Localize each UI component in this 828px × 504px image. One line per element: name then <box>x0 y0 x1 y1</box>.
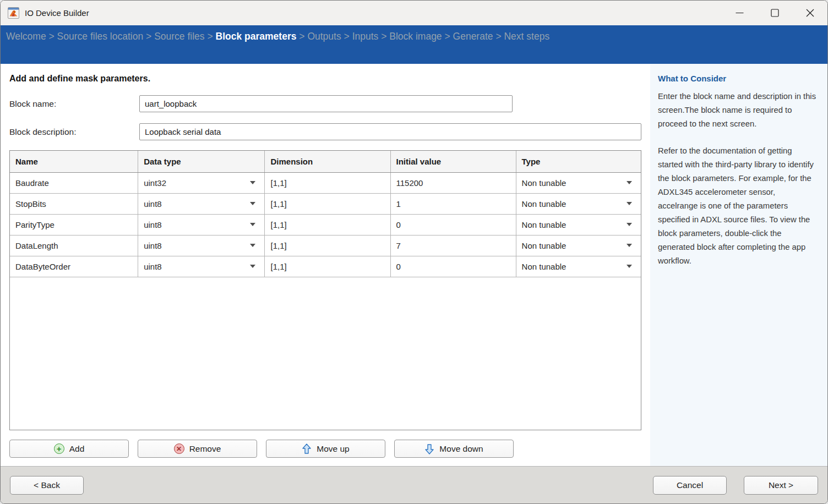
block-name-input[interactable] <box>139 95 513 112</box>
table-row: ParityTypeuint8[1,1]0Non tunable <box>10 214 641 235</box>
close-icon <box>806 9 814 17</box>
cell-data-type[interactable]: uint8 <box>138 256 265 277</box>
block-description-label: Block description: <box>9 127 139 137</box>
remove-icon: ✕ <box>174 443 184 454</box>
column-header-type: Type <box>516 151 641 172</box>
cell-dimension[interactable]: [1,1] <box>265 193 390 214</box>
page-heading: Add and define mask parameters. <box>9 74 641 84</box>
column-header-name: Name <box>10 151 138 172</box>
table-row: DataByteOrderuint8[1,1]0Non tunable <box>10 256 641 277</box>
breadcrumb-item-block-image: Block image <box>389 31 442 42</box>
parameters-table-container: NameData typeDimensionInitial valueType … <box>9 150 641 430</box>
cell-dimension[interactable]: [1,1] <box>265 172 390 193</box>
chevron-down-icon <box>627 223 632 226</box>
cell-type[interactable]: Non tunable <box>516 193 641 214</box>
chevron-down-icon <box>627 202 632 205</box>
breadcrumb-item-welcome: Welcome <box>6 31 46 42</box>
column-header-dimension: Dimension <box>265 151 390 172</box>
cell-name[interactable]: Baudrate <box>10 172 138 193</box>
cell-initial-value[interactable]: 7 <box>390 235 516 256</box>
breadcrumb-item-source-files-location: Source files location <box>57 31 144 42</box>
parameters-table-body: Baudrateuint32[1,1]115200Non tunableStop… <box>10 172 641 277</box>
remove-button-label: Remove <box>189 444 221 454</box>
cell-data-type[interactable]: uint8 <box>138 235 265 256</box>
title-bar-left: IO Device Builder <box>1 7 722 19</box>
breadcrumb-separator: > <box>493 31 504 42</box>
breadcrumb-separator: > <box>341 31 352 42</box>
cell-name[interactable]: StopBits <box>10 193 138 214</box>
breadcrumb-item-outputs: Outputs <box>307 31 341 42</box>
remove-button[interactable]: ✕ Remove <box>138 440 257 458</box>
cell-dimension[interactable]: [1,1] <box>265 214 390 235</box>
breadcrumb-separator: > <box>46 31 57 42</box>
block-name-row: Block name: <box>9 95 641 112</box>
data-type-value: uint8 <box>144 262 162 271</box>
cell-name[interactable]: DataByteOrder <box>10 256 138 277</box>
cell-data-type[interactable]: uint8 <box>138 214 265 235</box>
cancel-button[interactable]: Cancel <box>653 476 727 495</box>
type-value: Non tunable <box>522 262 566 271</box>
cell-type[interactable]: Non tunable <box>516 172 641 193</box>
move-up-button-label: Move up <box>317 444 349 454</box>
sidebar-paragraph-2: Refer to the documentation of getting st… <box>658 144 816 268</box>
next-button[interactable]: Next > <box>744 476 818 495</box>
column-header-initial-value: Initial value <box>390 151 516 172</box>
chevron-down-icon <box>250 181 255 184</box>
chevron-down-icon <box>627 181 632 184</box>
chevron-down-icon <box>250 265 255 268</box>
sidebar-heading: What to Consider <box>658 74 816 83</box>
cell-name[interactable]: ParityType <box>10 214 138 235</box>
add-button-label: Add <box>69 444 85 454</box>
help-sidebar: What to Consider Enter the block name an… <box>650 64 827 466</box>
cell-type[interactable]: Non tunable <box>516 214 641 235</box>
type-value: Non tunable <box>522 199 566 209</box>
maximize-button[interactable] <box>757 1 792 25</box>
move-down-button-label: Move down <box>439 444 483 454</box>
breadcrumb: Welcome > Source files location > Source… <box>6 31 827 42</box>
breadcrumb-separator: > <box>143 31 154 42</box>
breadcrumb-item-inputs: Inputs <box>352 31 379 42</box>
data-type-value: uint8 <box>144 220 162 229</box>
cell-dimension[interactable]: [1,1] <box>265 235 390 256</box>
back-button[interactable]: < Back <box>10 476 84 495</box>
sidebar-paragraph-1: Enter the block name and description in … <box>658 90 816 131</box>
block-description-input[interactable] <box>139 123 641 140</box>
table-row: DataLengthuint8[1,1]7Non tunable <box>10 235 641 256</box>
type-value: Non tunable <box>522 241 566 250</box>
chevron-down-icon <box>627 244 632 247</box>
breadcrumb-item-source-files: Source files <box>154 31 204 42</box>
cell-dimension[interactable]: [1,1] <box>265 256 390 277</box>
close-button[interactable] <box>792 1 827 25</box>
main-panel: Add and define mask parameters. Block na… <box>1 64 650 466</box>
move-up-button[interactable]: Move up <box>266 440 385 458</box>
type-value: Non tunable <box>522 178 566 188</box>
cell-initial-value[interactable]: 115200 <box>390 172 516 193</box>
cell-initial-value[interactable]: 1 <box>390 193 516 214</box>
cell-type[interactable]: Non tunable <box>516 235 641 256</box>
minimize-button[interactable] <box>722 1 757 25</box>
breadcrumb-item-next-steps: Next steps <box>504 31 549 42</box>
chevron-down-icon <box>250 202 255 205</box>
chevron-down-icon <box>250 244 255 247</box>
cell-name[interactable]: DataLength <box>10 235 138 256</box>
header-row: NameData typeDimensionInitial valueType <box>10 151 641 172</box>
add-button[interactable]: + Add <box>9 440 129 458</box>
breadcrumb-separator: > <box>442 31 453 42</box>
breadcrumb-item-generate: Generate <box>453 31 493 42</box>
minimize-icon <box>736 9 744 17</box>
cell-data-type[interactable]: uint8 <box>138 193 265 214</box>
app-window: IO Device Builder Welcome > Source files… <box>0 0 828 504</box>
cell-type[interactable]: Non tunable <box>516 256 641 277</box>
matlab-app-icon <box>8 7 19 19</box>
cell-initial-value[interactable]: 0 <box>390 256 516 277</box>
cell-initial-value[interactable]: 0 <box>390 214 516 235</box>
move-down-button[interactable]: Move down <box>394 440 514 458</box>
breadcrumb-item-block-parameters: Block parameters <box>216 31 297 42</box>
breadcrumb-banner: Welcome > Source files location > Source… <box>1 25 827 64</box>
data-type-value: uint8 <box>144 241 162 250</box>
table-row: StopBitsuint8[1,1]1Non tunable <box>10 193 641 214</box>
breadcrumb-separator: > <box>378 31 389 42</box>
cell-data-type[interactable]: uint32 <box>138 172 265 193</box>
breadcrumb-separator: > <box>296 31 307 42</box>
table-row: Baudrateuint32[1,1]115200Non tunable <box>10 172 641 193</box>
